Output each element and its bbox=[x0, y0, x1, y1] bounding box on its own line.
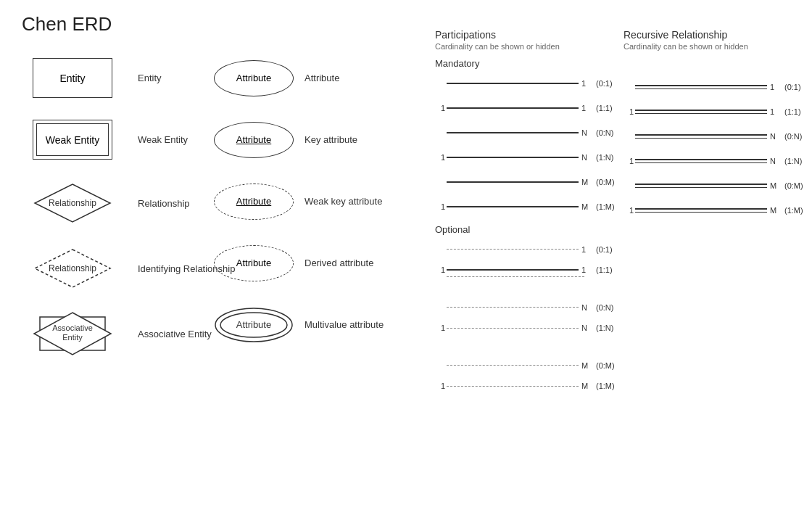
opt-num-right-0-N: N bbox=[581, 303, 592, 312]
opt-line-1-M-top bbox=[447, 386, 579, 387]
weak-key-attribute-shape-container: Attribute bbox=[210, 181, 297, 221]
key-attribute-shape-container: Attribute bbox=[210, 120, 297, 160]
rec-1-M-row: 1 M (1:M) bbox=[624, 202, 812, 219]
identifying-relationship-shape-container: Relationship bbox=[14, 247, 130, 290]
opt-line-1-1-bot bbox=[447, 276, 584, 277]
opt-code-1-1: (1:1) bbox=[596, 265, 624, 274]
associative-entity-shape-container: Associative Entity bbox=[14, 312, 130, 355]
opt-code-1-M: (1:M) bbox=[596, 382, 624, 390]
num-right-1-N: N bbox=[581, 153, 592, 162]
multivalue-attribute-row: Attribute Multivalue attribute bbox=[210, 305, 428, 345]
num-right-0-N: N bbox=[581, 128, 592, 137]
multivalue-attribute-shape: Attribute bbox=[214, 307, 294, 343]
key-attribute-desc: Key attribute bbox=[304, 134, 428, 145]
recursive-column: Recursive Relationship Cardinality can b… bbox=[624, 29, 812, 226]
rec-num-right-1-M: M bbox=[770, 206, 780, 215]
attribute-label: Attribute bbox=[236, 73, 271, 83]
multivalue-attribute-desc: Multivalue attribute bbox=[304, 319, 428, 330]
opt-num-right-1-M: M bbox=[581, 382, 592, 390]
relationship-diamond-svg: Relationship bbox=[33, 182, 112, 224]
participations-title: Participations bbox=[435, 29, 624, 41]
opt-line-1-N-top bbox=[447, 328, 579, 329]
line-solid-1-1 bbox=[447, 107, 579, 109]
line-solid-0-1 bbox=[447, 83, 579, 84]
opt-num-right-0-M: M bbox=[581, 361, 592, 370]
participations-subtitle: Cardinality can be shown or hidden bbox=[435, 42, 624, 51]
participations-column: Participations Cardinality can be shown … bbox=[435, 29, 624, 415]
opt-line-1-1-top bbox=[447, 269, 579, 271]
num-left-1-N: 1 bbox=[435, 153, 445, 162]
attribute-desc: Attribute bbox=[304, 73, 428, 83]
mandatory-1-N-row: 1 N (1:N) bbox=[435, 149, 624, 166]
opt-num-left-1-M: 1 bbox=[435, 382, 445, 390]
derived-attribute-row: Attribute Derived attribute bbox=[210, 243, 428, 283]
weak-key-attribute-label: Attribute bbox=[236, 196, 271, 207]
weak-key-attribute-row: Attribute Weak key attribute bbox=[210, 181, 428, 221]
svg-text:Attribute: Attribute bbox=[236, 319, 271, 330]
mandatory-0-N-row: N (0:N) bbox=[435, 124, 624, 141]
rec-num-left-1-M: 1 bbox=[624, 206, 634, 215]
recursive-title: Recursive Relationship bbox=[624, 29, 812, 41]
derived-attribute-desc: Derived attribute bbox=[304, 258, 428, 268]
entity-shape-label: Entity bbox=[59, 73, 85, 84]
weak-key-attribute-shape: Attribute bbox=[214, 184, 294, 220]
weak-entity-shape-container: Weak Entity bbox=[14, 120, 130, 160]
rec-0-M-row: M (0:M) bbox=[624, 177, 812, 194]
identifying-relationship-shape: Relationship bbox=[33, 247, 112, 290]
line-solid-0-M bbox=[447, 181, 579, 183]
optional-0-1-row: 1 (0:1) bbox=[435, 241, 624, 258]
svg-text:Relationship: Relationship bbox=[49, 198, 96, 208]
opt-code-0-M: (0:M) bbox=[596, 361, 624, 370]
opt-num-left-1-1: 1 bbox=[435, 265, 445, 274]
rec-code-1-1: (1:1) bbox=[784, 107, 812, 116]
num-right-0-1: 1 bbox=[581, 79, 592, 88]
recursive-subtitle: Cardinality can be shown or hidden bbox=[624, 42, 812, 51]
rec-num-left-1-N: 1 bbox=[624, 157, 634, 165]
derived-attribute-label: Attribute bbox=[236, 258, 271, 268]
rec-code-0-N: (0:N) bbox=[784, 132, 812, 141]
optional-1-N-row: 1 N (1:N) bbox=[435, 324, 624, 350]
opt-num-right-0-1: 1 bbox=[581, 245, 592, 254]
attribute-row: Attribute Attribute bbox=[210, 58, 428, 98]
key-attribute-shape: Attribute bbox=[214, 122, 294, 158]
rec-num-right-1-N: N bbox=[770, 157, 780, 165]
rec-code-1-N: (1:N) bbox=[784, 157, 812, 165]
associative-entity-svg: Associative Entity bbox=[33, 311, 112, 356]
opt-line-0-N bbox=[447, 307, 579, 308]
entity-shape-container: Entity bbox=[14, 58, 130, 98]
rec-num-right-0-1: 1 bbox=[770, 83, 780, 91]
derived-attribute-shape: Attribute bbox=[214, 245, 294, 281]
line-solid-1-N bbox=[447, 157, 579, 158]
code-1-1: (1:1) bbox=[596, 104, 624, 112]
weak-key-attribute-desc: Weak key attribute bbox=[304, 196, 428, 207]
opt-code-1-N: (1:N) bbox=[596, 324, 624, 332]
key-attribute-row: Attribute Key attribute bbox=[210, 120, 428, 160]
rec-code-1-M: (1:M) bbox=[784, 206, 812, 215]
associative-entity-shape: Associative Entity bbox=[33, 312, 112, 355]
rec-1-N-row: 1 N (1:N) bbox=[624, 152, 812, 170]
num-right-1-1: 1 bbox=[581, 104, 592, 112]
line-solid-0-N bbox=[447, 132, 579, 133]
num-left-1-M: 1 bbox=[435, 202, 445, 211]
mandatory-0-M-row: M (0:M) bbox=[435, 173, 624, 191]
relationship-shape: Relationship bbox=[33, 181, 112, 225]
mandatory-0-1-row: 1 (0:1) bbox=[435, 75, 624, 92]
rec-line-1-M bbox=[635, 208, 767, 213]
svg-text:Entity: Entity bbox=[62, 333, 83, 342]
opt-num-left-1-N: 1 bbox=[435, 324, 445, 332]
rec-num-right-0-N: N bbox=[770, 132, 780, 141]
rec-line-0-1 bbox=[635, 85, 767, 89]
num-left-1-1: 1 bbox=[435, 104, 445, 112]
mandatory-1-1-row: 1 1 (1:1) bbox=[435, 99, 624, 117]
attribute-shape-container: Attribute bbox=[210, 58, 297, 98]
optional-0-N-row: N (0:N) bbox=[435, 299, 624, 316]
optional-1-M-row: 1 M (1:M) bbox=[435, 382, 624, 408]
opt-code-0-1: (0:1) bbox=[596, 245, 624, 254]
attribute-shape: Attribute bbox=[214, 60, 294, 96]
svg-text:Associative: Associative bbox=[52, 324, 93, 332]
line-solid-1-M bbox=[447, 206, 579, 207]
derived-attribute-shape-container: Attribute bbox=[210, 243, 297, 283]
rec-code-0-M: (0:M) bbox=[784, 181, 812, 190]
code-1-N: (1:N) bbox=[596, 153, 624, 162]
rec-line-0-N bbox=[635, 134, 767, 139]
